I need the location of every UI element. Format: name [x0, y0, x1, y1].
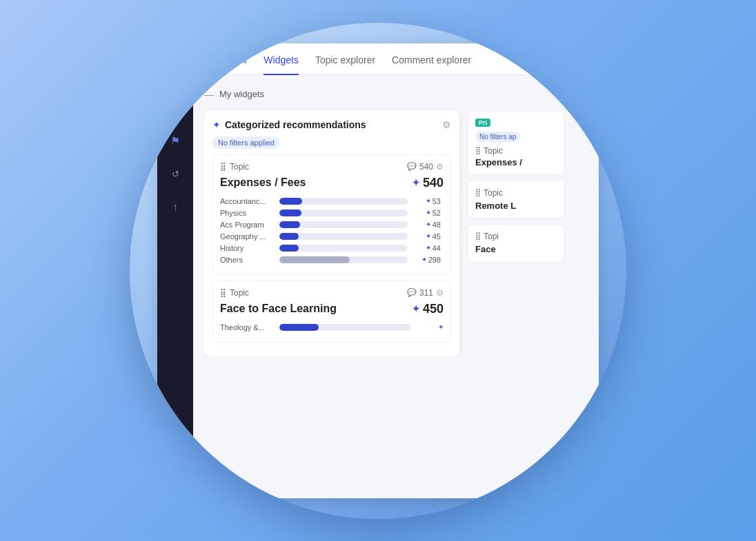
topic-title-text-expenses: Expenses / Fees	[220, 176, 306, 189]
bar-track-face-0	[279, 324, 410, 331]
topic-text: Topic	[230, 162, 249, 172]
logo-bar-3	[178, 61, 181, 72]
bar-label-2: Acs Program	[220, 221, 275, 229]
bar-fill-3	[279, 233, 299, 240]
logo-bar-2	[174, 64, 177, 72]
right-topic-text-2: Topic	[484, 188, 503, 198]
bar-label-3: Geography ...	[220, 232, 275, 241]
bar-row-0: Accountanc... ✦ 53	[220, 197, 441, 205]
right-topic-label-2: ⣿ Topic	[475, 188, 557, 198]
widget-icon: ✦	[212, 119, 221, 130]
title-count-expenses: 540	[423, 176, 444, 190]
topic-header-face: ⣿ Topic 💬 311 ⚙	[220, 288, 444, 298]
bar-track-3	[279, 233, 408, 240]
right-card-1: Pri No filters ap ⣿ Topic Expenses /	[468, 111, 564, 175]
topic-people-icon: ⣿	[220, 162, 226, 172]
tab-topic-explorer[interactable]: Topic explorer	[315, 43, 375, 75]
bar-track-2	[279, 221, 408, 228]
sun-icon-face: ✦	[412, 303, 420, 314]
right-topic-label-3: ⣿ Topi	[475, 232, 557, 241]
settings-icon-expenses[interactable]: ⚙	[436, 162, 444, 172]
topic-title-text-face: Face to Face Learning	[220, 303, 337, 315]
widget-gear-button[interactable]: ⚙	[442, 119, 451, 130]
bar-track-0	[279, 198, 408, 205]
count-value-expenses: 540	[419, 162, 433, 172]
sun-icon-expenses: ✦	[412, 177, 420, 188]
logo-bars	[170, 61, 181, 72]
right-no-filter-1: No filters ap	[475, 132, 520, 142]
topic-count-face: 💬 311 ⚙	[407, 288, 444, 298]
bar-row-5: Others ✦ 298	[220, 256, 441, 264]
right-topic-value-3: Face	[475, 244, 557, 254]
topic-title-value-expenses: ✦ 540	[412, 176, 444, 190]
widget-title: Categorized recommendations	[225, 119, 366, 130]
title-count-face: 450	[423, 302, 444, 316]
right-topic-value-1: Expenses /	[475, 157, 557, 167]
widget-title-row: ✦ Categorized recommendations	[212, 119, 366, 130]
bar-value-4: ✦ 44	[412, 244, 441, 252]
right-topic-label-1: ⣿ Topic	[475, 146, 557, 156]
bar-label-4: History	[220, 244, 275, 252]
topic-header-expenses: ⣿ Topic 💬 540 ⚙	[220, 162, 444, 172]
bar-fill-5	[279, 256, 350, 263]
tab-comment-explorer[interactable]: Comment explorer	[392, 43, 471, 75]
bar-row-2: Acs Program ✦ 48	[220, 221, 441, 229]
bar-fill-2	[279, 221, 300, 228]
bar-row-3: Geography ... ✦ 45	[220, 232, 441, 241]
bar-label-0: Accountanc...	[220, 197, 275, 205]
right-topic-text-3: Topi	[484, 232, 499, 241]
widgets-row: ✦ Categorized recommendations ⚙ No filte…	[204, 111, 588, 356]
sidebar-icon-flag[interactable]: ⚑	[166, 132, 185, 151]
count-value-face: 311	[419, 288, 433, 298]
content-area: — My widgets ✦ Categorized recommendatio…	[193, 75, 599, 498]
pri-badge: Pri	[475, 119, 490, 127]
logo	[163, 54, 188, 79]
sidebar-icon-users[interactable]: ↺	[166, 165, 185, 184]
main-content: Overview Widgets Topic explorer Comment …	[193, 43, 599, 498]
tab-widgets[interactable]: Widgets	[263, 43, 299, 75]
bar-value-2: ✦ 48	[412, 221, 441, 229]
right-panel: Pri No filters ap ⣿ Topic Expenses /	[468, 111, 564, 356]
topic-section-face: ⣿ Topic 💬 311 ⚙ Face to Face L	[212, 280, 451, 343]
widget-header: ✦ Categorized recommendations ⚙	[212, 119, 451, 130]
bar-value-1: ✦ 52	[412, 209, 441, 217]
bar-track-1	[279, 210, 408, 216]
bar-row-face-0: Theology &... ✦	[220, 323, 444, 331]
bar-track-4	[279, 245, 408, 252]
topic-title-expenses: Expenses / Fees ✦ 540	[220, 176, 444, 190]
right-card-3: ⣿ Topi Face	[468, 224, 564, 262]
bar-fill-1	[279, 210, 301, 216]
header-tabs: Overview Widgets Topic explorer Comment …	[193, 43, 599, 75]
right-card-1-header: Pri	[475, 119, 557, 127]
bar-label-face-0: Theology &...	[220, 323, 275, 331]
right-card-2: ⣿ Topic Remote L	[468, 181, 564, 218]
bar-row-4: History ✦ 44	[220, 244, 441, 252]
circle-container: ⌂ ⚑ ↺ ↑ Overview Widgets Topic explorer …	[130, 23, 626, 519]
topic-section-expenses: ⣿ Topic 💬 540 ⚙ Expenses / Fee	[212, 154, 451, 275]
topic-label-face: ⣿ Topic	[220, 288, 249, 298]
bar-value-5: ✦ 298	[412, 256, 441, 264]
tab-overview[interactable]: Overview	[207, 43, 247, 75]
collapse-icon[interactable]: —	[204, 89, 214, 100]
comment-icon-expenses: 💬	[407, 162, 417, 171]
my-widgets-label: My widgets	[219, 89, 264, 99]
sidebar: ⌂ ⚑ ↺ ↑	[157, 43, 193, 498]
topic-people-icon-face: ⣿	[220, 288, 226, 298]
bar-fill-face-0	[279, 324, 319, 331]
bar-track-5	[279, 256, 408, 263]
bar-label-1: Physics	[220, 209, 275, 217]
sidebar-icon-upload[interactable]: ↑	[166, 198, 185, 217]
bar-value-3: ✦ 45	[412, 232, 441, 241]
right-topic-value-2: Remote L	[475, 201, 557, 211]
logo-bar-1	[170, 67, 172, 72]
right-topic-text-1: Topic	[484, 146, 503, 156]
topic-title-face: Face to Face Learning ✦ 450	[220, 302, 444, 316]
settings-icon-face[interactable]: ⚙	[436, 288, 444, 298]
filter-badge[interactable]: No filters applied	[212, 136, 280, 149]
topic-text-face: Topic	[230, 288, 249, 298]
sidebar-icon-home[interactable]: ⌂	[166, 99, 185, 118]
bar-value-0: ✦ 53	[412, 197, 441, 205]
bar-fill-4	[279, 245, 299, 252]
bar-label-5: Others	[220, 256, 275, 264]
topic-label-expenses: ⣿ Topic	[220, 162, 249, 172]
